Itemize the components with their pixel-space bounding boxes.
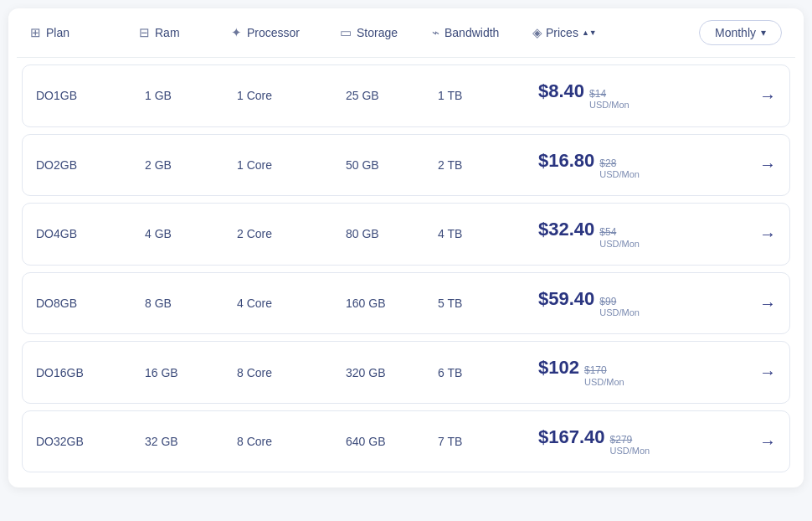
cell-ram: 8 GB (145, 297, 237, 310)
cell-price: $102 $170 USD/Mon (538, 357, 689, 388)
price-details: $170 USD/Mon (584, 364, 624, 388)
prices-icon: ◈ (532, 25, 542, 40)
table-header: ⊞ Plan ⊟ Ram ✦ Processor ▭ Storage ⌁ Ban… (17, 8, 795, 58)
header-bandwidth: ⌁ Bandwidth (432, 25, 532, 40)
price-unit: USD/Mon (599, 307, 640, 318)
price-details: $28 USD/Mon (599, 157, 640, 181)
row-arrow[interactable]: → (759, 294, 776, 313)
header-storage: ▭ Storage (340, 25, 432, 40)
table-row[interactable]: DO4GB 4 GB 2 Core 80 GB 4 TB $32.40 $54 … (22, 203, 790, 266)
table-row[interactable]: DO2GB 2 GB 1 Core 50 GB 2 TB $16.80 $28 … (22, 134, 790, 197)
cell-ram: 2 GB (145, 158, 237, 172)
row-arrow[interactable]: → (759, 155, 776, 174)
price-details: $279 USD/Mon (610, 434, 650, 457)
cell-plan-name: DO8GB (36, 297, 145, 310)
cell-plan-name: DO2GB (36, 158, 145, 172)
price-value: $16.80 (538, 150, 594, 172)
pricing-table: ⊞ Plan ⊟ Ram ✦ Processor ▭ Storage ⌁ Ban… (8, 8, 804, 487)
cell-ram: 4 GB (145, 227, 237, 240)
cell-processor: 8 Core (237, 435, 346, 448)
price-value: $59.40 (538, 288, 594, 310)
row-arrow[interactable]: → (759, 224, 776, 244)
price-unit: USD/Mon (610, 446, 650, 457)
price-old: $99 (599, 296, 616, 307)
cell-bandwidth: 1 TB (438, 89, 538, 102)
cell-storage: 160 GB (346, 297, 438, 310)
cell-processor: 8 Core (237, 366, 346, 379)
price-value: $102 (538, 357, 579, 379)
price-unit: USD/Mon (584, 377, 624, 388)
cell-price: $32.40 $54 USD/Mon (538, 219, 689, 250)
cell-price: $8.40 $14 USD/Mon (538, 80, 689, 111)
cell-processor: 2 Core (237, 227, 346, 240)
processor-icon: ✦ (231, 25, 242, 40)
price-old: $54 (599, 226, 616, 238)
header-plan: ⊞ Plan (30, 25, 139, 40)
price-details: $54 USD/Mon (599, 226, 640, 250)
cell-bandwidth: 7 TB (438, 435, 538, 448)
cell-bandwidth: 6 TB (438, 366, 538, 379)
table-row[interactable]: DO32GB 32 GB 8 Core 640 GB 7 TB $167.40 … (22, 410, 790, 473)
cell-bandwidth: 2 TB (438, 158, 538, 172)
table-row[interactable]: DO16GB 16 GB 8 Core 320 GB 6 TB $102 $17… (22, 341, 790, 404)
header-prices: ◈ Prices ▲▼ (532, 25, 683, 40)
cell-plan-name: DO16GB (36, 366, 145, 379)
cell-storage: 25 GB (346, 89, 438, 102)
price-old: $28 (599, 157, 616, 169)
bandwidth-icon: ⌁ (432, 25, 439, 40)
storage-icon: ▭ (340, 25, 352, 40)
plan-icon: ⊞ (30, 25, 41, 40)
cell-plan-name: DO32GB (36, 435, 145, 448)
cell-processor: 4 Core (237, 297, 346, 310)
row-arrow[interactable]: → (759, 363, 776, 382)
header-ram: ⊟ Ram (139, 25, 231, 40)
sort-arrows[interactable]: ▲▼ (582, 29, 597, 37)
cell-bandwidth: 4 TB (438, 227, 538, 240)
cell-processor: 1 Core (237, 89, 346, 102)
row-arrow[interactable]: → (759, 86, 776, 106)
cell-ram: 1 GB (145, 89, 237, 102)
price-value: $167.40 (538, 426, 605, 448)
cell-price: $59.40 $99 USD/Mon (538, 288, 689, 319)
price-value: $8.40 (538, 80, 584, 102)
price-details: $14 USD/Mon (589, 88, 630, 111)
cell-ram: 16 GB (145, 366, 237, 379)
price-old: $14 (589, 88, 606, 100)
cell-price: $167.40 $279 USD/Mon (538, 426, 689, 457)
chevron-down-icon: ▾ (761, 27, 766, 39)
cell-ram: 32 GB (145, 435, 237, 448)
price-old: $170 (584, 364, 607, 376)
price-unit: USD/Mon (599, 239, 640, 250)
cell-storage: 320 GB (346, 366, 438, 379)
price-unit: USD/Mon (589, 100, 630, 111)
price-details: $99 USD/Mon (599, 296, 640, 319)
table-row[interactable]: DO1GB 1 GB 1 Core 25 GB 1 TB $8.40 $14 U… (22, 64, 790, 127)
price-unit: USD/Mon (599, 169, 640, 180)
cell-processor: 1 Core (237, 158, 346, 172)
row-arrow[interactable]: → (759, 432, 776, 451)
cell-bandwidth: 5 TB (438, 297, 538, 310)
monthly-selector[interactable]: Monthly ▾ (699, 20, 782, 45)
cell-plan-name: DO1GB (36, 89, 145, 102)
table-row[interactable]: DO8GB 8 GB 4 Core 160 GB 5 TB $59.40 $99… (22, 272, 790, 335)
cell-price: $16.80 $28 USD/Mon (538, 150, 689, 181)
price-value: $32.40 (538, 219, 594, 240)
cell-storage: 640 GB (346, 435, 438, 448)
header-processor: ✦ Processor (231, 25, 340, 40)
price-old: $279 (610, 434, 633, 446)
ram-icon: ⊟ (139, 25, 150, 40)
cell-storage: 50 GB (346, 158, 438, 172)
cell-storage: 80 GB (346, 227, 438, 240)
cell-plan-name: DO4GB (36, 227, 145, 240)
plans-list: DO1GB 1 GB 1 Core 25 GB 1 TB $8.40 $14 U… (17, 64, 795, 472)
